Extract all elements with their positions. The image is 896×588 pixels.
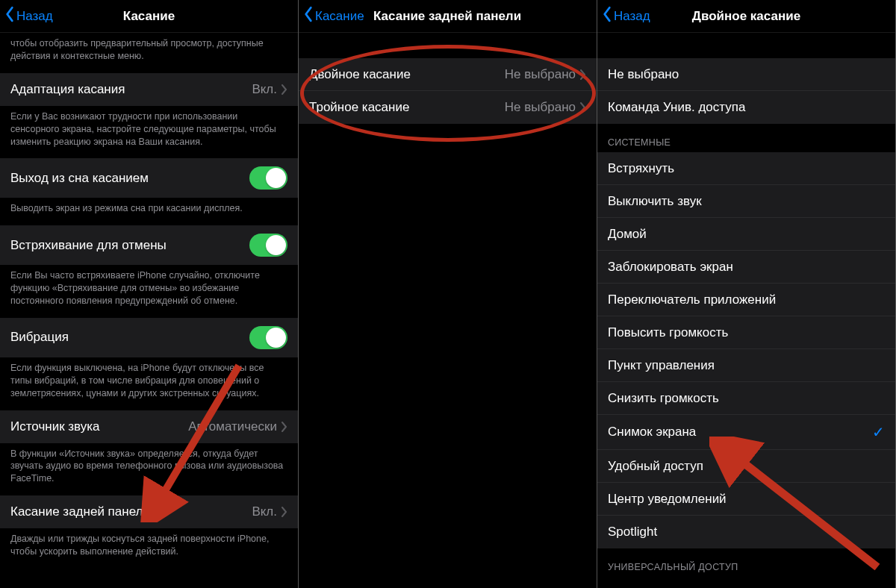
tap-wake-footer: Выводить экран из режима сна при касании…	[0, 198, 298, 225]
cell-label: Источник звука	[10, 419, 188, 434]
navbar: Назад Двойное касание	[597, 0, 895, 33]
cell-value: Вкл.	[252, 82, 277, 97]
option-system-item[interactable]: Заблокировать экран	[597, 251, 895, 284]
option-system-item[interactable]: Переключатель приложений	[597, 284, 895, 316]
chevron-right-icon	[281, 507, 287, 517]
back-label: Назад	[16, 9, 53, 24]
cell-label: Удобный доступ	[608, 459, 885, 474]
option-system-item[interactable]: Снимок экрана✓	[597, 415, 895, 450]
cell-value: Автоматически	[188, 419, 277, 434]
option-system-item[interactable]: Встряхнуть	[597, 152, 895, 185]
option-system-item[interactable]: Домой	[597, 218, 895, 251]
option-system-item[interactable]: Удобный доступ	[597, 450, 895, 483]
row-touch-accommodations[interactable]: Адаптация касания Вкл.	[0, 73, 298, 106]
row-audio-routing[interactable]: Источник звука Автоматически	[0, 410, 298, 443]
cell-label: Заблокировать экран	[608, 260, 885, 275]
cell-label: Команда Унив. доступа	[608, 100, 885, 115]
option-none[interactable]: Не выбрано	[597, 58, 895, 91]
toggle-switch[interactable]	[249, 166, 287, 190]
cell-value: Не выбрано	[505, 100, 576, 115]
cell-label: Адаптация касания	[10, 82, 252, 97]
option-list: Не выбрано Команда Унив. доступа СИСТЕМН…	[597, 33, 895, 588]
chevron-left-icon	[303, 6, 314, 26]
cell-label: Встряхнуть	[608, 161, 885, 176]
shake-undo-footer: Если Вы часто встряхиваете iPhone случай…	[0, 265, 298, 318]
checkmark-icon: ✓	[872, 423, 885, 441]
navbar: Назад Касание	[0, 0, 298, 33]
cell-label: Касание задней панели	[10, 504, 252, 519]
row-back-tap[interactable]: Касание задней панели Вкл.	[0, 495, 298, 528]
cell-label: Пункт управления	[608, 358, 885, 373]
option-system-item[interactable]: Снизить громкость	[597, 382, 895, 415]
row-tap-to-wake[interactable]: Выход из сна касанием	[0, 158, 298, 198]
back-button[interactable]: Касание	[303, 6, 364, 26]
row-shake-to-undo[interactable]: Встряхивание для отмены	[0, 225, 298, 265]
cell-label: Тройное касание	[309, 100, 505, 115]
settings-list: чтобы отобразить предварительный просмот…	[0, 33, 298, 588]
cell-label: Двойное касание	[309, 67, 505, 82]
screen-touch-settings: Назад Касание чтобы отобразить предварит…	[0, 0, 299, 588]
cell-label: Снизить громкость	[608, 391, 885, 406]
chevron-right-icon	[580, 102, 586, 113]
cell-value: Вкл.	[252, 504, 277, 519]
back-button[interactable]: Назад	[4, 6, 53, 26]
screen-double-tap: Назад Двойное касание Не выбрано Команда…	[597, 0, 896, 588]
option-accessibility-shortcut[interactable]: Команда Унив. доступа	[597, 91, 895, 124]
toggle-switch[interactable]	[249, 326, 287, 349]
section-header-accessibility: УНИВЕРСАЛЬНЫЙ ДОСТУП	[597, 548, 895, 577]
row-vibration[interactable]: Вибрация	[0, 318, 298, 357]
cell-label: Домой	[608, 227, 885, 242]
navbar: Касание Касание задней панели	[299, 0, 597, 33]
cell-label: Центр уведомлений	[608, 492, 885, 507]
cell-label: Встряхивание для отмены	[10, 238, 249, 253]
cell-label: Не выбрано	[608, 67, 885, 82]
cell-label: Выход из сна касанием	[10, 171, 249, 186]
cell-label: Вибрация	[10, 330, 249, 345]
cell-label: Выключить звук	[608, 194, 885, 209]
back-button[interactable]: Назад	[602, 6, 650, 26]
option-system-item[interactable]: Центр уведомлений	[597, 483, 895, 516]
toggle-switch[interactable]	[249, 234, 287, 257]
option-system-item[interactable]: Повысить громкость	[597, 316, 895, 349]
chevron-right-icon	[580, 69, 586, 80]
row-triple-tap[interactable]: Тройное касание Не выбрано	[299, 91, 597, 124]
back-label: Касание	[315, 9, 364, 24]
intro-footer: чтобы отобразить предварительный просмот…	[0, 33, 298, 73]
chevron-left-icon	[4, 6, 15, 26]
section-header-system: СИСТЕМНЫЕ	[597, 124, 895, 152]
chevron-right-icon	[281, 422, 287, 432]
chevron-right-icon	[281, 84, 287, 95]
audio-route-footer: В функции «Источник звука» определяется,…	[0, 443, 298, 496]
screen-back-tap: Касание Касание задней панели Двойное ка…	[299, 0, 597, 588]
cell-value: Не выбрано	[505, 67, 576, 82]
vibration-footer: Если функция выключена, на iPhone будут …	[0, 357, 298, 410]
cell-label: Переключатель приложений	[608, 293, 885, 307]
back-label: Назад	[614, 9, 650, 24]
cell-label: Снимок экрана	[608, 425, 872, 440]
chevron-left-icon	[602, 6, 612, 26]
row-double-tap[interactable]: Двойное касание Не выбрано	[299, 58, 597, 91]
option-system-item[interactable]: Spotlight	[597, 516, 895, 548]
option-system-item[interactable]: Пункт управления	[597, 349, 895, 382]
touch-accom-footer: Если у Вас возникают трудности при испол…	[0, 106, 298, 159]
option-system-item[interactable]: Выключить звук	[597, 185, 895, 218]
cell-label: Повысить громкость	[608, 325, 885, 340]
back-tap-footer: Дважды или трижды коснуться задней повер…	[0, 528, 298, 569]
cell-label: Spotlight	[608, 525, 885, 539]
settings-list: Двойное касание Не выбрано Тройное касан…	[299, 33, 597, 588]
nav-title: Касание задней панели	[373, 9, 597, 24]
